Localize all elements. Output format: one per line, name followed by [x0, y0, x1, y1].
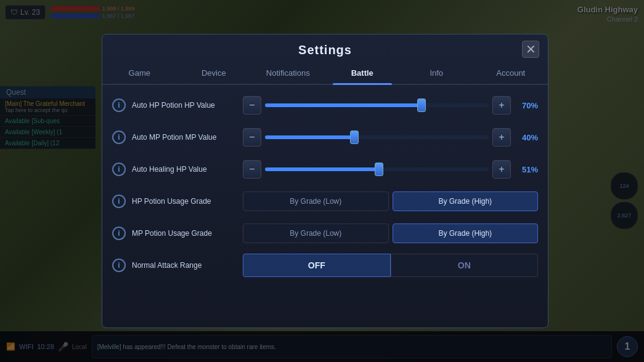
- mp-grade-buttons: By Grade (Low) By Grade (High): [243, 223, 538, 243]
- tab-battle[interactable]: Battle: [325, 62, 400, 84]
- attack-range-info-icon[interactable]: i: [112, 259, 126, 272]
- auto-heal-thumb[interactable]: [375, 163, 383, 176]
- hp-grade-info-icon[interactable]: i: [112, 195, 126, 208]
- mp-grade-row: i MP Potion Usage Grade By Grade (Low) B…: [112, 220, 538, 246]
- auto-mp-value: 40%: [515, 133, 538, 142]
- auto-heal-info-icon[interactable]: i: [112, 163, 126, 176]
- auto-heal-fill: [265, 167, 379, 171]
- tab-game[interactable]: Game: [102, 62, 177, 84]
- auto-mp-fill: [265, 135, 354, 139]
- mp-grade-label: MP Potion Usage Grade: [132, 229, 237, 238]
- auto-hp-thumb[interactable]: [417, 99, 426, 112]
- auto-mp-potion-row: i Auto MP Potion MP Value − + 40%: [112, 124, 538, 150]
- hp-grade-buttons: By Grade (Low) By Grade (High): [243, 191, 538, 211]
- hp-grade-high-btn[interactable]: By Grade (High): [393, 191, 539, 211]
- auto-hp-fill: [265, 103, 422, 107]
- settings-tabs: Game Device Notifications Battle Info Ac…: [102, 62, 548, 85]
- auto-mp-slider-container: − + 40%: [243, 128, 538, 147]
- hp-grade-low-btn[interactable]: By Grade (Low): [243, 191, 389, 211]
- tab-account[interactable]: Account: [474, 62, 548, 84]
- auto-mp-plus-btn[interactable]: +: [492, 128, 511, 147]
- tab-info[interactable]: Info: [399, 62, 474, 84]
- auto-mp-label: Auto MP Potion MP Value: [132, 133, 237, 142]
- settings-modal: Settings ✕ Game Device Notifications Bat…: [102, 34, 548, 328]
- tab-notifications[interactable]: Notifications: [251, 62, 325, 84]
- auto-hp-label: Auto HP Potion HP Value: [132, 101, 237, 110]
- auto-hp-value: 70%: [515, 101, 538, 110]
- attack-range-toggle: OFF ON: [243, 254, 538, 277]
- tab-device[interactable]: Device: [177, 62, 251, 84]
- mp-grade-high-btn[interactable]: By Grade (High): [393, 223, 539, 243]
- auto-hp-minus-btn[interactable]: −: [243, 96, 261, 115]
- attack-range-on-btn[interactable]: ON: [391, 254, 539, 277]
- auto-mp-track[interactable]: [265, 135, 489, 139]
- auto-heal-minus-btn[interactable]: −: [243, 160, 261, 179]
- auto-heal-plus-btn[interactable]: +: [492, 160, 511, 179]
- auto-heal-value: 51%: [515, 165, 538, 174]
- hp-grade-row: i HP Potion Usage Grade By Grade (Low) B…: [112, 188, 538, 214]
- auto-hp-track[interactable]: [265, 103, 489, 107]
- mp-grade-info-icon[interactable]: i: [112, 227, 126, 240]
- mp-grade-low-btn[interactable]: By Grade (Low): [243, 223, 389, 243]
- auto-hp-plus-btn[interactable]: +: [492, 96, 511, 115]
- attack-range-label: Normal Attack Range: [132, 261, 237, 270]
- hp-grade-label: HP Potion Usage Grade: [132, 197, 237, 206]
- attack-range-row: i Normal Attack Range OFF ON: [112, 252, 538, 278]
- attack-range-off-btn[interactable]: OFF: [243, 254, 391, 277]
- auto-hp-slider-container: − + 70%: [243, 96, 538, 115]
- auto-heal-label: Auto Healing HP Value: [132, 165, 237, 174]
- auto-heal-track[interactable]: [265, 167, 489, 171]
- auto-mp-minus-btn[interactable]: −: [243, 128, 261, 147]
- modal-body: i Auto HP Potion HP Value − + 70% i Auto…: [102, 85, 548, 328]
- auto-mp-thumb[interactable]: [350, 131, 359, 144]
- auto-hp-info-icon[interactable]: i: [112, 99, 126, 112]
- auto-hp-potion-row: i Auto HP Potion HP Value − + 70%: [112, 92, 538, 118]
- auto-healing-row: i Auto Healing HP Value − + 51%: [112, 156, 538, 182]
- modal-header: Settings ✕: [102, 34, 548, 57]
- auto-mp-info-icon[interactable]: i: [112, 131, 126, 144]
- modal-title: Settings: [298, 43, 352, 57]
- auto-heal-slider-container: − + 51%: [243, 160, 538, 179]
- close-button[interactable]: ✕: [522, 41, 539, 58]
